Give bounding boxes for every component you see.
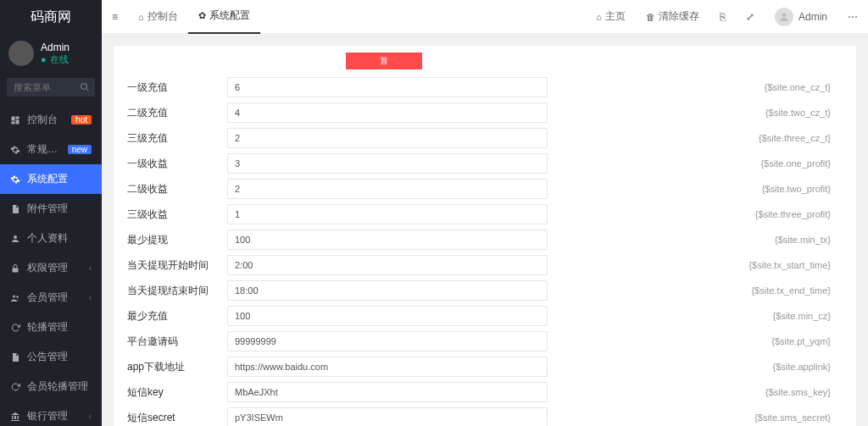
svg-point-2 xyxy=(14,235,17,239)
topbar: ≡ ⌂控制台✿系统配置 ⌂主页 🗑清除缓存 ⎘ ⤢ Admin ⋯ xyxy=(102,0,868,34)
sidebar-item-3[interactable]: 附件管理 xyxy=(0,194,102,224)
search-icon[interactable] xyxy=(75,78,95,97)
form-row-0: 一级充值{$site.one_cz_t} xyxy=(114,75,856,100)
form-input-3[interactable] xyxy=(227,153,548,174)
svg-point-7 xyxy=(782,13,787,17)
sidebar-item-label: 常规管理 xyxy=(27,142,68,157)
tab-1[interactable]: ✿系统配置 xyxy=(188,0,260,34)
form-input-7[interactable] xyxy=(227,255,548,275)
clear-cache-link[interactable]: 🗑清除缓存 xyxy=(636,0,709,34)
form-row-2: 三级充值{$site.three_cz_t} xyxy=(114,125,856,151)
sidebar-item-label: 附件管理 xyxy=(27,202,92,216)
avatar[interactable] xyxy=(8,41,34,66)
trash-icon: 🗑 xyxy=(646,12,655,22)
form-row-12: 短信key{$site.sms_key} xyxy=(114,379,856,405)
form-input-13[interactable] xyxy=(227,407,548,426)
form-label: 三级收益 xyxy=(122,207,227,222)
form-row-3: 一级收益{$site.one_profit} xyxy=(114,151,856,176)
home-icon: ⌂ xyxy=(596,12,602,22)
sidebar-item-4[interactable]: 个人资料 xyxy=(0,224,102,253)
form-label: 二级收益 xyxy=(122,182,227,196)
form-row-6: 最少提现{$site.min_tx} xyxy=(114,227,856,252)
badge-new: new xyxy=(68,145,92,154)
sidebar-item-label: 控制台 xyxy=(27,113,71,127)
search-box xyxy=(7,78,95,97)
content: 首 一级充值{$site.one_cz_t}二级充值{$site.two_cz_… xyxy=(102,34,868,426)
form-hint: {$site.min_cz} xyxy=(773,311,848,321)
sidebar-item-5[interactable]: 权限管理‹ xyxy=(0,253,102,283)
sidebar-item-label: 公告管理 xyxy=(27,350,92,364)
form-label: 二级充值 xyxy=(122,106,227,120)
sidebar-item-label: 银行管理 xyxy=(27,409,89,423)
menu: 控制台hot常规管理new系统配置附件管理个人资料权限管理‹会员管理‹轮播管理公… xyxy=(0,105,102,426)
loop-icon xyxy=(10,382,22,392)
form-hint: {$site.one_profit} xyxy=(760,158,848,169)
sidebar-item-9[interactable]: 会员轮播管理 xyxy=(0,372,102,401)
user-block: Admin 在线 xyxy=(0,34,102,73)
tab-0[interactable]: ⌂控制台 xyxy=(128,0,188,34)
form-input-11[interactable] xyxy=(227,357,548,377)
form-input-0[interactable] xyxy=(227,77,548,97)
form-row-11: app下载地址{$site.applink} xyxy=(114,354,856,379)
sidebar-item-label: 会员管理 xyxy=(27,290,89,305)
tab-icon: ⌂ xyxy=(138,12,144,22)
sidebar-item-10[interactable]: 银行管理‹ xyxy=(0,401,102,426)
sidebar-item-0[interactable]: 控制台hot xyxy=(0,105,102,135)
sidebar-item-2[interactable]: 系统配置 xyxy=(0,164,102,194)
tab-icon: ✿ xyxy=(198,10,206,21)
sidebar-item-label: 个人资料 xyxy=(27,231,92,246)
more-icon[interactable]: ⋯ xyxy=(837,0,868,34)
form-row-5: 三级收益{$site.three_profit} xyxy=(114,202,856,227)
form-input-1[interactable] xyxy=(227,102,548,123)
form-label: 三级充值 xyxy=(122,131,227,146)
form-input-5[interactable] xyxy=(227,204,548,224)
form-row-8: 当天提现结束时间{$site.tx_end_time} xyxy=(114,278,856,303)
search-input[interactable] xyxy=(7,78,75,97)
sidebar-item-7[interactable]: 轮播管理 xyxy=(0,313,102,342)
svg-line-1 xyxy=(86,89,89,91)
form-hint: {$site.pt_yqm} xyxy=(771,336,848,346)
home-link[interactable]: ⌂主页 xyxy=(586,0,636,34)
gear-icon xyxy=(10,174,22,185)
hamburger-icon[interactable]: ≡ xyxy=(102,0,128,34)
form-input-4[interactable] xyxy=(227,179,548,199)
loop-icon xyxy=(10,323,22,333)
tab-label: 系统配置 xyxy=(209,8,250,23)
users-icon xyxy=(10,293,22,303)
form-label: 平台邀请码 xyxy=(122,335,227,349)
svg-rect-3 xyxy=(13,268,19,272)
gear-icon xyxy=(10,145,22,155)
sidebar-item-label: 系统配置 xyxy=(27,172,92,186)
svg-point-0 xyxy=(81,84,87,90)
form-input-12[interactable] xyxy=(227,382,548,402)
admin-menu[interactable]: Admin xyxy=(765,0,837,34)
form-input-10[interactable] xyxy=(227,331,548,351)
form-input-9[interactable] xyxy=(227,306,548,326)
brand-logo: 码商网 xyxy=(0,0,102,34)
doc-icon xyxy=(10,204,22,214)
user-name: Admin xyxy=(41,41,70,53)
sidebar-item-1[interactable]: 常规管理new xyxy=(0,135,102,164)
user-icon xyxy=(10,234,22,244)
fullscreen-icon[interactable]: ⤢ xyxy=(736,0,765,34)
form-panel: 首 一级充值{$site.one_cz_t}二级充值{$site.two_cz_… xyxy=(114,46,856,426)
doc-icon xyxy=(10,352,22,362)
copy-icon[interactable]: ⎘ xyxy=(709,0,736,34)
form-label: 最少充值 xyxy=(122,309,227,324)
red-banner: 首 xyxy=(346,53,422,69)
form-hint: {$site.two_cz_t} xyxy=(765,108,848,118)
form-hint: {$site.one_cz_t} xyxy=(765,82,848,92)
form-label: 当天提现结束时间 xyxy=(122,284,227,298)
form-label: 短信key xyxy=(122,385,227,400)
sidebar-item-label: 轮播管理 xyxy=(27,320,92,335)
form-input-6[interactable] xyxy=(227,230,548,250)
form-label: 当天提现开始时间 xyxy=(122,258,227,273)
bank-icon xyxy=(10,412,22,422)
form-row-13: 短信secret{$site.sms_secret} xyxy=(114,405,856,426)
form-hint: {$site.min_tx} xyxy=(775,235,848,245)
form-input-2[interactable] xyxy=(227,128,548,148)
form-input-8[interactable] xyxy=(227,280,548,301)
badge-hot: hot xyxy=(71,115,92,124)
sidebar-item-8[interactable]: 公告管理 xyxy=(0,342,102,372)
sidebar-item-6[interactable]: 会员管理‹ xyxy=(0,283,102,313)
